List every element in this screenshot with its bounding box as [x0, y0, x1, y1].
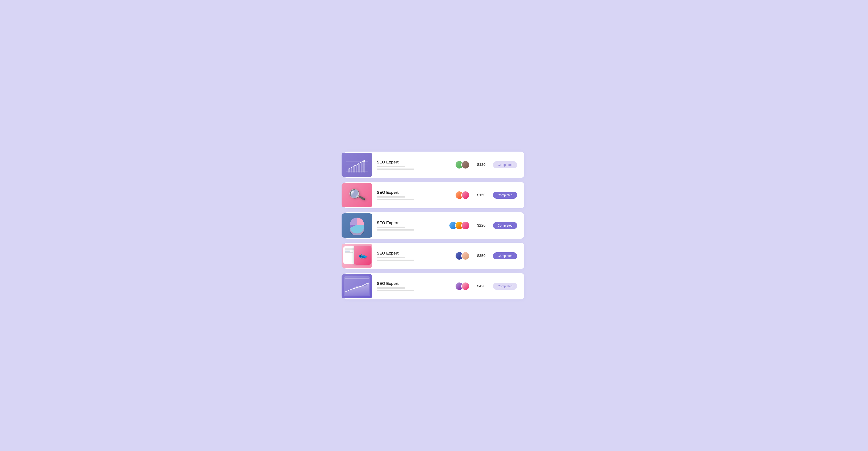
card-thumbnail-5 — [342, 274, 372, 298]
card-title: SEO Expert — [377, 281, 455, 286]
card-thumbnail-4: 👟 — [342, 244, 372, 268]
svg-rect-6 — [353, 166, 355, 172]
card-line-2 — [377, 290, 414, 291]
avatar-group — [455, 282, 470, 290]
avatar-group — [449, 221, 470, 230]
card-thumbnail-2: 🔍 — [342, 183, 372, 207]
cards-list: SEO Expert$120Completed 🔍 SEO Expert$150… — [344, 152, 524, 299]
card-line-1 — [377, 166, 405, 167]
card-line-1 — [377, 227, 405, 228]
card-5[interactable]: SEO Expert$420Completed — [344, 273, 524, 299]
card-meta: $220Completed — [449, 221, 517, 230]
card-thumbnail-3 — [342, 214, 372, 237]
card-line-1 — [377, 196, 405, 198]
card-line-2 — [377, 229, 414, 231]
card-thumbnail-1 — [342, 153, 372, 177]
card-line-1 — [377, 257, 405, 258]
card-line-2 — [377, 260, 414, 261]
card-2[interactable]: 🔍 SEO Expert$150Completed — [344, 182, 524, 208]
card-content-2: SEO Expert — [372, 190, 455, 200]
status-badge[interactable]: Completed — [493, 161, 517, 168]
avatar-group — [455, 252, 470, 260]
avatar-group — [455, 161, 470, 169]
card-1[interactable]: SEO Expert$120Completed — [344, 152, 524, 178]
svg-rect-9 — [361, 162, 363, 172]
card-content-3: SEO Expert — [372, 221, 449, 231]
avatar-user-11 — [461, 282, 470, 290]
card-title: SEO Expert — [377, 190, 455, 195]
avatar-user-9 — [461, 252, 470, 260]
card-meta: $420Completed — [455, 282, 517, 290]
card-meta: $120Completed — [455, 161, 517, 169]
card-line-1 — [377, 287, 405, 289]
card-price: $220 — [476, 223, 487, 228]
card-content-4: SEO Expert — [372, 251, 455, 261]
svg-rect-8 — [358, 164, 360, 172]
svg-rect-4 — [348, 168, 350, 172]
card-content-5: SEO Expert — [372, 281, 455, 291]
svg-rect-10 — [363, 161, 365, 172]
status-badge[interactable]: Completed — [493, 222, 517, 229]
avatar-group — [455, 191, 470, 199]
card-line-2 — [377, 168, 414, 170]
card-price: $150 — [476, 193, 487, 197]
card-price: $120 — [476, 163, 487, 167]
card-title: SEO Expert — [377, 160, 455, 165]
card-title: SEO Expert — [377, 221, 449, 225]
svg-point-12 — [364, 161, 365, 161]
card-line-2 — [377, 199, 414, 200]
card-meta: $350Completed — [455, 252, 517, 260]
card-price: $350 — [476, 254, 487, 258]
svg-rect-5 — [350, 168, 352, 172]
card-4[interactable]: 👟 SEO Expert$350Completed — [344, 243, 524, 269]
card-price: $420 — [476, 284, 487, 288]
status-badge[interactable]: Completed — [493, 252, 517, 259]
status-badge[interactable]: Completed — [493, 192, 517, 199]
card-3[interactable]: SEO Expert$220Completed — [344, 212, 524, 239]
card-content-1: SEO Expert — [372, 160, 455, 170]
avatar-user-2 — [461, 161, 470, 169]
status-badge[interactable]: Completed — [493, 283, 517, 290]
card-title: SEO Expert — [377, 251, 455, 256]
avatar-user-4 — [461, 191, 470, 199]
card-meta: $150Completed — [455, 191, 517, 199]
svg-rect-7 — [355, 165, 358, 172]
avatar-user-7 — [461, 221, 470, 230]
